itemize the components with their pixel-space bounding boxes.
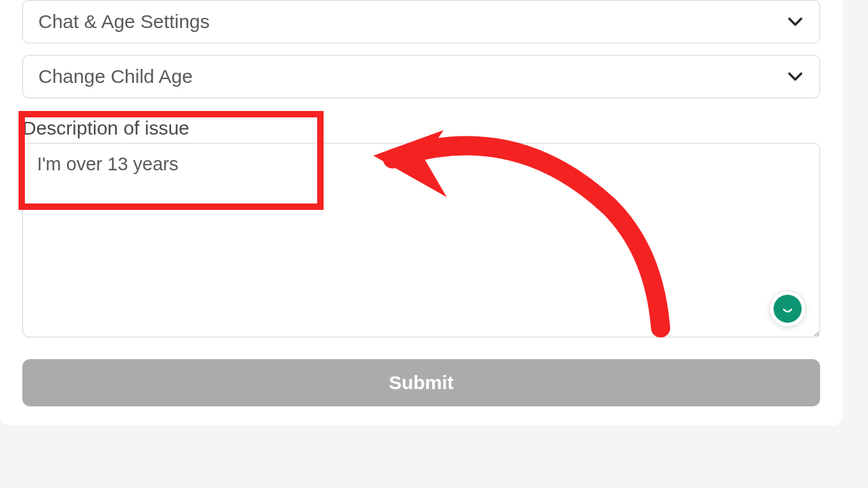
chat-age-settings-dropdown[interactable]: Chat & Age Settings [22, 0, 820, 43]
textarea-wrapper [22, 143, 820, 340]
dropdown-label: Change Child Age [38, 66, 193, 87]
submit-button[interactable]: Submit [22, 359, 820, 406]
smile-icon [774, 295, 802, 323]
change-child-age-dropdown[interactable]: Change Child Age [22, 55, 820, 98]
chat-widget-button[interactable] [769, 290, 806, 327]
dropdown-label: Chat & Age Settings [38, 11, 210, 33]
chevron-down-icon [786, 13, 804, 31]
description-textarea[interactable] [22, 143, 820, 337]
description-section: Description of issue [22, 117, 820, 340]
form-container: Chat & Age Settings Change Child Age Des… [0, 0, 842, 425]
chevron-down-icon [786, 68, 804, 85]
description-label: Description of issue [22, 117, 820, 139]
